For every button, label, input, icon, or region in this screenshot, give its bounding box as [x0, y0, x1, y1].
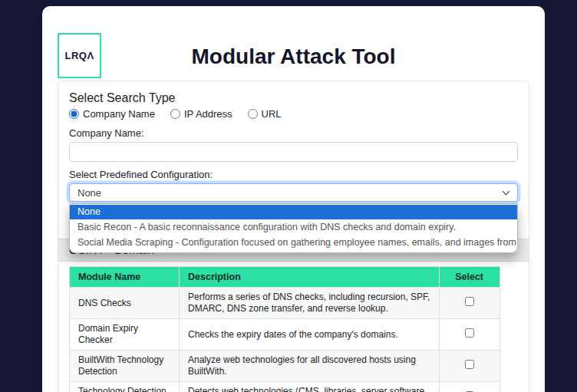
page-title: Modular Attack Tool — [42, 44, 545, 69]
radio-ip-address[interactable]: IP Address — [170, 108, 232, 120]
header-select: Select — [439, 267, 500, 288]
modules-table-section: Module Name Description Select DNS Check… — [58, 262, 529, 392]
module-description-cell: Performs a series of DNS checks, includi… — [180, 288, 440, 319]
module-description-cell: Analyze web technologies for all discove… — [180, 351, 440, 382]
search-type-heading: Select Search Type — [69, 91, 518, 105]
search-type-radio-group: Company Name IP Address URL — [69, 108, 518, 120]
radio-ip-address-input[interactable] — [170, 109, 180, 119]
header-description: Description — [180, 267, 440, 288]
chevron-down-icon — [503, 188, 510, 196]
radio-url-input[interactable] — [248, 109, 258, 119]
radio-ip-address-label: IP Address — [184, 108, 232, 120]
modules-table: Module Name Description Select DNS Check… — [69, 266, 500, 392]
config-select-value: None — [77, 187, 101, 199]
module-name-cell: Domain Expiry Checker — [70, 319, 180, 351]
radio-company-name[interactable]: Company Name — [69, 108, 155, 120]
dropdown-option-basic-recon[interactable]: Basic Recon - A basic reconnaissance con… — [70, 220, 517, 235]
module-select-checkbox[interactable] — [465, 297, 474, 306]
module-name-cell: BuiltWith Technology Detection — [70, 351, 180, 382]
module-description-cell: Checks the expiry dates of the company's… — [180, 319, 440, 351]
config-label: Select Predefined Configuration: — [69, 169, 518, 181]
form-panel: Select Search Type Company Name IP Addre… — [58, 81, 529, 392]
module-name-cell: Technology Detection with WhatWeb — [70, 382, 180, 392]
module-select-checkbox[interactable] — [465, 360, 474, 369]
module-select-checkbox[interactable] — [465, 328, 474, 338]
config-select-wrap: None None Basic Recon - A basic reconnai… — [69, 183, 518, 202]
company-name-input[interactable] — [69, 142, 518, 162]
table-row: DNS Checks Performs a series of DNS chec… — [70, 288, 500, 319]
module-description-cell: Detects web technologies (CMS, libraries… — [180, 382, 440, 392]
company-name-label: Company Name: — [69, 127, 518, 140]
table-row: BuiltWith Technology Detection Analyze w… — [70, 351, 500, 382]
radio-company-name-label: Company Name — [83, 108, 155, 120]
config-select[interactable]: None — [69, 183, 518, 202]
radio-url[interactable]: URL — [248, 108, 282, 120]
module-name-cell: DNS Checks — [70, 288, 180, 319]
search-form-section: Select Search Type Company Name IP Addre… — [58, 81, 529, 239]
card-header: LRQΛ Modular Attack Tool — [42, 6, 545, 81]
header-module-name: Module Name — [70, 267, 180, 288]
radio-url-label: URL — [262, 108, 282, 120]
table-row: Technology Detection with WhatWeb Detect… — [70, 382, 500, 392]
table-header-row: Module Name Description Select — [70, 267, 500, 288]
table-row: Domain Expiry Checker Checks the expiry … — [70, 319, 500, 351]
config-dropdown: None Basic Recon - A basic reconnaissanc… — [69, 203, 518, 253]
radio-company-name-input[interactable] — [69, 109, 79, 119]
main-card: LRQΛ Modular Attack Tool Select Search T… — [42, 6, 545, 392]
dropdown-option-social-media[interactable]: Social Media Scraping - Configuration fo… — [70, 236, 517, 250]
dropdown-option-none[interactable]: None — [70, 205, 517, 219]
